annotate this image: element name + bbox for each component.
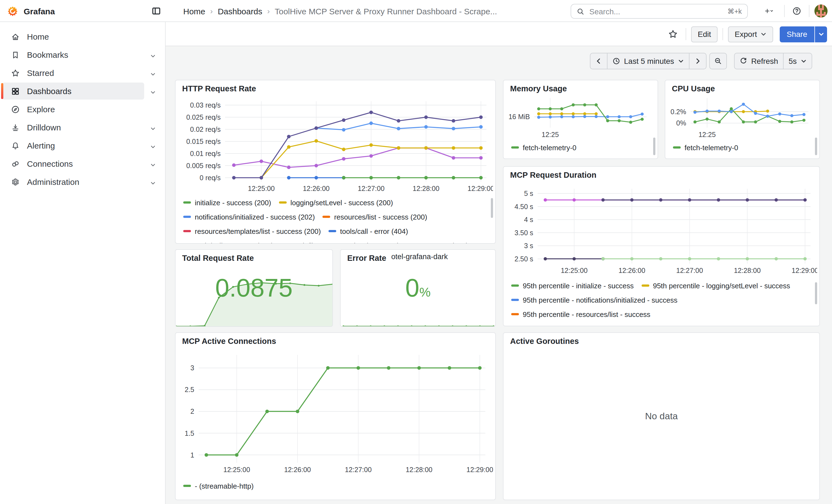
refresh-button[interactable]: Refresh — [735, 53, 783, 69]
cpu-usage-chart[interactable]: 0.2%0%12:25 — [668, 94, 814, 139]
legend-item[interactable]: notifications/initialized - success (202… — [183, 211, 315, 222]
sidebar-item-label: Dashboards — [27, 86, 72, 96]
legend-item[interactable]: 95th percentile - notifications/initiali… — [511, 294, 677, 306]
favorite-star-icon[interactable] — [665, 26, 681, 42]
panel-title[interactable]: Error Rate — [347, 254, 386, 262]
breadcrumb-item[interactable]: Home — [183, 6, 205, 16]
svg-text:3: 3 — [190, 364, 194, 372]
memory-legend: fetch-telemetry-0 — [511, 142, 643, 155]
error-rate-value: 0% — [341, 275, 495, 300]
panel-title[interactable]: Total Request Rate — [182, 254, 254, 262]
legend-color-chip — [183, 485, 191, 487]
mcp-request-duration-chart[interactable]: 5 s4.50 s4 s3.50 s3 s2.50 s12:25:0012:26… — [507, 181, 817, 278]
legend-item[interactable]: - (streamable-http) — [183, 480, 254, 492]
sidebar-item-connections[interactable]: Connections — [0, 155, 165, 173]
svg-text:0.2%: 0.2% — [671, 108, 686, 115]
svg-text:1.5: 1.5 — [185, 429, 194, 437]
sidebar-item-label: Administration — [27, 177, 79, 187]
add-button[interactable] — [758, 4, 779, 18]
memory-usage-chart[interactable]: 16 MiB12:25 — [506, 94, 652, 139]
chevron-down-icon — [801, 58, 807, 64]
share-menu-button[interactable] — [815, 26, 827, 42]
top-actions — [758, 0, 828, 22]
panel-title[interactable]: MCP Request Duration — [510, 170, 597, 179]
svg-text:12:25: 12:25 — [542, 131, 559, 138]
svg-text:16 MiB: 16 MiB — [509, 113, 530, 121]
svg-text:2: 2 — [190, 407, 194, 415]
svg-text:12:26:00: 12:26:00 — [619, 267, 645, 274]
legend-color-chip — [511, 147, 519, 149]
legend-color-chip — [183, 202, 191, 204]
brand[interactable]: Grafana — [7, 5, 55, 17]
refresh-icon — [739, 57, 747, 65]
svg-text:0.02 req/s: 0.02 req/s — [190, 126, 220, 133]
panel-mcp-request-duration: MCP Request Duration 5 s4.50 s4 s3.50 s3… — [503, 166, 820, 326]
edit-button[interactable]: Edit — [691, 26, 718, 42]
legend-scrollbar[interactable] — [653, 137, 655, 155]
legend-item[interactable]: tools/list - success (200) — [281, 240, 369, 244]
time-forward-button[interactable] — [689, 53, 706, 69]
legend-item[interactable]: 95th percentile - logging/setLevel - suc… — [641, 280, 790, 291]
sidebar-item-alerting[interactable]: Alerting — [0, 136, 165, 155]
share-button[interactable]: Share — [779, 26, 814, 42]
legend-item[interactable]: fetch-telemetry-0 — [511, 142, 576, 153]
svg-text:4.50 s: 4.50 s — [515, 203, 533, 210]
panel-title[interactable]: HTTP Request Rate — [182, 84, 256, 93]
legend-color-chip — [641, 285, 649, 287]
search-box[interactable]: ⌘+k — [571, 4, 748, 19]
sidebar-item-dashboards[interactable]: Dashboards — [0, 82, 165, 100]
legend-item[interactable]: logging/setLevel - success (200) — [279, 197, 393, 208]
panel-title[interactable]: Memory Usage — [510, 84, 567, 93]
search-input[interactable] — [588, 6, 724, 16]
help-icon[interactable] — [790, 4, 804, 18]
sidebar-item-starred[interactable]: Starred — [0, 64, 165, 82]
clock-icon — [613, 57, 620, 65]
legend-item[interactable]: tools/call - success (200) — [183, 240, 274, 244]
breadcrumb-item[interactable]: Dashboards — [218, 6, 262, 16]
svg-text:12:29:00: 12:29:00 — [466, 466, 493, 474]
panel-title[interactable]: CPU Usage — [672, 84, 715, 93]
legend-item[interactable]: 95th percentile - resources/templates/li… — [511, 323, 683, 326]
legend-item[interactable]: resources/list - success (200) — [322, 211, 427, 222]
chevron-down-icon — [818, 31, 824, 37]
mcp-active-connections-chart[interactable]: 11.522.5312:25:0012:26:0012:27:0012:28:0… — [179, 347, 493, 477]
time-range-picker[interactable]: Last 5 minutes — [607, 53, 689, 69]
svg-text:12:25:00: 12:25:00 — [561, 267, 588, 274]
breadcrumb-separator: › — [267, 7, 270, 16]
dock-sidebar-icon[interactable] — [151, 6, 161, 16]
export-button[interactable]: Export — [728, 26, 773, 42]
sidebar-item-label: Home — [27, 32, 49, 41]
error-rate-sparkline[interactable] — [341, 320, 496, 327]
legend-item[interactable]: tools/call - error (404) — [329, 226, 408, 237]
panel-mcp-active-connections: MCP Active Connections 11.522.5312:25:00… — [175, 332, 496, 500]
avatar[interactable] — [814, 4, 828, 18]
sidebar-item-home[interactable]: Home — [0, 27, 165, 46]
bookmark-icon — [11, 50, 20, 59]
panel-cpu-usage: CPU Usage 0.2%0%12:25 fetch-telemetry-0 — [665, 80, 820, 159]
sidebar-item-administration[interactable]: Administration — [0, 173, 165, 191]
sidebar-item-drilldown[interactable]: Drilldown — [0, 118, 165, 136]
legend-item[interactable]: 95th percentile - resources/list - succe… — [511, 309, 650, 320]
refresh-interval-picker[interactable]: 5s — [783, 53, 812, 69]
legend-item[interactable]: resources/templates/list - success (200) — [183, 226, 321, 237]
http-request-rate-chart[interactable]: 0 req/s0.005 req/s0.01 req/s0.015 req/s0… — [179, 95, 493, 196]
sidebar-item-explore[interactable]: Explore — [0, 100, 165, 118]
legend-item[interactable]: unknown - success (200) — [377, 240, 468, 244]
breadcrumb-separator: › — [210, 7, 213, 16]
panel-title[interactable]: MCP Active Connections — [182, 337, 276, 346]
svg-text:0.01 req/s: 0.01 req/s — [190, 150, 220, 157]
time-back-button[interactable] — [591, 53, 607, 69]
legend-item[interactable]: fetch-telemetry-0 — [673, 142, 738, 153]
sidebar-item-label: Drilldown — [27, 123, 61, 132]
brand-name: Grafana — [24, 6, 55, 16]
cpu-legend: fetch-telemetry-0 — [673, 142, 805, 155]
svg-text:0%: 0% — [676, 119, 686, 127]
legend-scrollbar[interactable] — [815, 282, 817, 304]
legend-item[interactable]: initialize - success (200) — [183, 197, 271, 208]
panel-error-rate: Error Rate otel-grafana-dark 0% — [340, 249, 496, 327]
zoom-out-button[interactable] — [710, 53, 726, 69]
legend-scrollbar[interactable] — [815, 137, 817, 155]
legend-scrollbar[interactable] — [491, 198, 493, 218]
legend-item[interactable]: 95th percentile - initialize - success — [511, 280, 634, 291]
sidebar-item-bookmarks[interactable]: Bookmarks — [0, 46, 165, 64]
